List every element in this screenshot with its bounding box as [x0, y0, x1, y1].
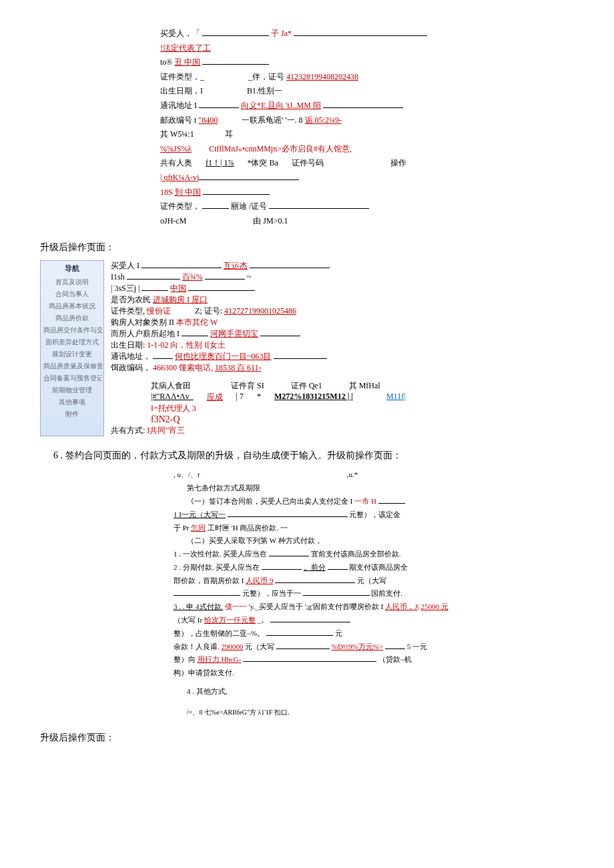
val-phone: 诟 05:2¼9- [305, 115, 342, 125]
val-country: 丑 中国 [174, 57, 200, 67]
val-290000: 290000 [222, 642, 244, 650]
label-phone: 一联系龟谣' '一. 8 [242, 115, 302, 125]
val-wy: %D½9%万元%> [332, 642, 383, 650]
lbl-i1sh: I1sh [111, 272, 125, 282]
lbl-foot: /=、8 七%e>ARBfeG"方 λ1'1F 扣口. [187, 707, 574, 719]
nav-item[interactable]: 合同当事人 [42, 288, 102, 300]
nav-item[interactable]: 首页及说明 [42, 276, 102, 288]
th-other: 其 MfHal [349, 380, 380, 392]
val-birth2: 1-1-02 向，性别 I[女土 [147, 340, 226, 350]
lbl-tc: *体突 Ba [247, 156, 278, 171]
label-zip: 邮政编号 t [160, 115, 196, 125]
lbl-tilde: ~ [247, 272, 252, 282]
val-lidi: 丽迪 [231, 201, 247, 211]
lbl-buyer2: 买受人 I [111, 261, 139, 270]
val-cn3: 中国 [170, 284, 186, 293]
nav-item[interactable]: 面积差异处理方式 [42, 336, 102, 348]
lbl-gqzf: 国前支付. [371, 589, 402, 597]
nav-item[interactable]: 商品房价款 [42, 312, 102, 324]
label-idtype: 证件类型，_ [160, 72, 204, 81]
val-hukou: 河网手需切宝 [210, 329, 258, 338]
lbl-dkj: （贷款~机 [378, 655, 412, 663]
lbl-bpk: 部价款，首期房价款 I [174, 576, 244, 584]
l0b: ,u.* [347, 468, 358, 482]
lbl-yk: 余款！人良甫. [174, 642, 220, 650]
lbl-yupr: 于 Pr [174, 524, 190, 532]
lbl-m2c: 期支付该商品房全 [349, 563, 408, 571]
lbl-dot: _。 [258, 616, 269, 624]
r-f3n2: f3N2-Q [151, 414, 574, 425]
r-m272: M272%1831215M12 | | [274, 392, 353, 403]
form-block-before-2: , u、/、r ,u.* 第七条付款方式及期限 《一）签订本合同前，买受人已向出… [174, 468, 574, 719]
val-rmb2: 人民币，J| [385, 602, 418, 610]
r-name: |#"RΛΛ•Λv_ [151, 392, 194, 403]
lbl-zx: 整）向 [174, 655, 196, 663]
label-addr: 通讯地址 I [160, 101, 197, 110]
lbl-18s: 18S [160, 187, 173, 197]
val-addr2: 何也比理奥百门一目~063目 [175, 352, 272, 361]
val-objtype: 本市其佗 W [176, 318, 218, 327]
val-idtype3: 慢份证 [147, 306, 171, 316]
lbl-art7: 第七条付款方式及期限 [187, 482, 574, 495]
r-m11[interactable]: M11f| [386, 392, 406, 403]
val-25000: 25000 元 [420, 602, 448, 610]
mid-block: 导航 首页及说明 合同当事人 商品房基本状况 商品房价款 商品房交付条件与交付手… [40, 260, 574, 436]
nav-item[interactable]: 其他事项 [42, 396, 102, 408]
val-phone2: 18538 百 611- [215, 363, 262, 372]
val-f1: f1！| 1⅞ [206, 156, 234, 171]
nav-item[interactable]: 商品房质量及保修责任 [42, 360, 102, 372]
val-idno3: 412727199001025486 [224, 306, 296, 316]
lbl-yz2: 元整），应当于一 [242, 589, 301, 597]
section-after-upgrade-2: 升级后操作页面： [40, 732, 574, 744]
nav-title: 导航 [42, 264, 102, 274]
lbl-to: to® [160, 57, 172, 67]
nav-item[interactable]: 商品房交付条件与交付手续 [42, 324, 102, 336]
nav-sidebar: 导航 首页及说明 合同当事人 商品房基本状况 商品房价款 商品房交付条件与交付手… [40, 260, 104, 436]
lbl-yz: 元整），该定金 [349, 510, 400, 518]
lbl-js: %%JS%λ [160, 144, 192, 153]
form-block-before-1: 买受人，「 子 Ja* !法定代表了工 to® 丑 中国 证件类型，_ _伴，证… [160, 27, 574, 228]
lbl-c2: （二）买受人采取下列第 W 种方式付款， [187, 534, 574, 548]
val-zhai: 债一一 [225, 602, 247, 610]
nav-item[interactable]: 附件 [42, 408, 102, 420]
lbl-3ss: | 3sS三j | [111, 284, 139, 293]
nav-item[interactable]: 合同备案与预售登记 [42, 372, 102, 384]
lbl-farmer: 是否为农民 [111, 295, 151, 304]
lbl-m1b: 宜前支付该商品房全部价款. [311, 550, 401, 558]
label-birth: 出生日期，I [160, 86, 203, 95]
lbl-op: 操作 [390, 156, 406, 171]
lbl-zheng: 整），占生朝储的二亚~%。 [174, 629, 264, 637]
val-bai: 百¾% [182, 272, 203, 282]
nav-item[interactable]: 前期物业管理 [42, 384, 102, 396]
lbl-1yuan: 1 I一元（大写一 [174, 510, 226, 518]
lbl-zh: /证号 [249, 201, 267, 211]
lbl-gsh: 工时匣 'H 商品房价款. 一 [208, 524, 288, 532]
lbl-m2b: 。前分 [304, 563, 326, 571]
nav-item[interactable]: 规划设计变更 [42, 348, 102, 360]
label-gender: B1.性别一 [247, 86, 282, 95]
val-zip: "8400 [198, 115, 218, 125]
lbl-addr2: 通讯地址， [111, 352, 151, 361]
form-block-after-1: 买受人 I 互运杰 I1sh 百¾% ~ | 3sS三j | 中国 是否为农民 … [111, 260, 574, 436]
lbl-idno2: 证件号码 [292, 156, 324, 171]
nav-item[interactable]: 商品房基本状况 [42, 300, 102, 312]
val-addr: 向义*E.且向 'tJ..MM 阳 [241, 101, 321, 110]
lbl-zip2: 饵政编码， [111, 363, 151, 372]
lbl-5yuan: 5 一元 [407, 642, 427, 650]
lbl-m1: 1 . 一次性付款. 买受人应当在 [174, 550, 267, 558]
val-dx: 恰次万一仟元整 [204, 616, 256, 624]
lbl-zh2: Z; 证号: [195, 306, 222, 316]
lbl-yuan: 元 [335, 629, 342, 637]
section-after-upgrade-1: 升级后操作页面： [40, 242, 574, 254]
lbl-m3: 3 . . 申 4式付款. [174, 602, 223, 610]
th-person: 其病人食田 [151, 380, 191, 392]
r-agent: I=托代理人 3 [151, 403, 574, 414]
lbl-m2: 2 . 分期付款. 买受人应当在 [174, 563, 260, 571]
label-legal: !法定代表了工 [160, 43, 211, 53]
lbl-qft: | qftK¼A-vj [160, 173, 199, 182]
th-idtype: 证件育 SI [231, 380, 264, 392]
val-buyer2: 互运杰 [224, 261, 248, 270]
r-yc: 应成 [207, 392, 223, 403]
lbl-sqdk: 构）申请贷款支付. [174, 667, 574, 680]
lbl-jm: 由 JM>0.1 [253, 214, 288, 229]
